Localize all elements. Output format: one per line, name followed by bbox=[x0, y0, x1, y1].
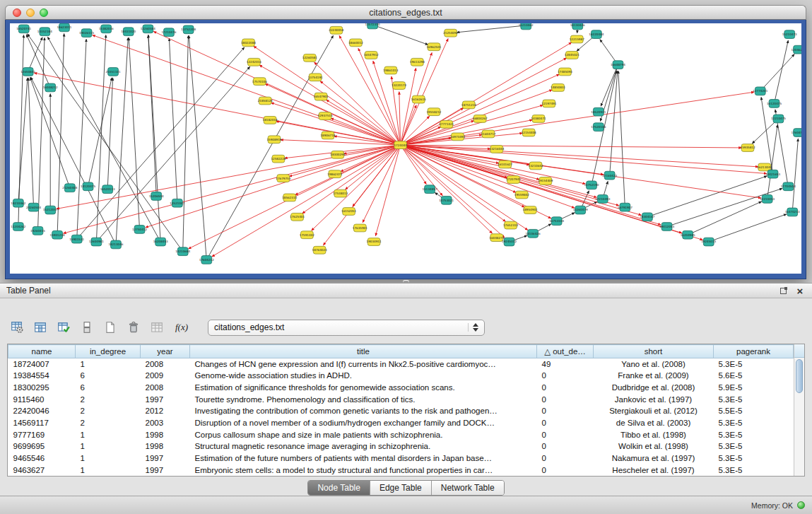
network-node[interactable]: 18130426 bbox=[570, 23, 585, 30]
network-node[interactable]: 15901531 bbox=[69, 235, 84, 243]
table-row[interactable]: 946554611997Estimation of the future num… bbox=[8, 452, 794, 465]
network-node[interactable]: 15901238 bbox=[50, 230, 65, 239]
network-node[interactable]: 11204262 bbox=[11, 223, 25, 231]
network-node[interactable]: 12210453 bbox=[760, 195, 775, 204]
network-node[interactable]: 13754191 bbox=[308, 74, 323, 81]
network-node[interactable]: 13216044 bbox=[489, 146, 504, 153]
rows-icon[interactable] bbox=[77, 318, 97, 337]
network-node[interactable]: 14753021 bbox=[439, 196, 454, 204]
network-node[interactable]: 17570106 bbox=[252, 78, 267, 86]
network-node[interactable]: 16547901 bbox=[314, 93, 329, 100]
vertical-scrollbar[interactable] bbox=[794, 344, 804, 476]
column-header-pagerank[interactable]: pagerank bbox=[714, 345, 794, 358]
network-node[interactable]: 17604512 bbox=[792, 129, 801, 137]
network-node[interactable]: 19154409 bbox=[538, 177, 553, 185]
network-node[interactable]: 18213046 bbox=[108, 240, 123, 249]
network-node[interactable]: 11604717 bbox=[481, 130, 495, 138]
close-icon[interactable]: × bbox=[794, 286, 806, 296]
network-node[interactable]: 16753104 bbox=[549, 217, 564, 226]
network-node[interactable]: 12242016 bbox=[247, 58, 261, 66]
network-node[interactable]: 17652310 bbox=[503, 221, 518, 229]
network-node[interactable]: 20351101 bbox=[106, 68, 121, 76]
network-node[interactable]: 12604981 bbox=[89, 238, 104, 246]
network-node[interactable]: 21260408 bbox=[62, 184, 77, 192]
network-node[interactable]: 12210475 bbox=[771, 115, 786, 123]
column-header-short[interactable]: short bbox=[594, 345, 714, 358]
function-builder-button[interactable]: f(x) bbox=[170, 318, 193, 337]
network-node[interactable]: 17591442 bbox=[300, 231, 314, 239]
network-canvas[interactable]: 1724040180220881224201617570106218581281… bbox=[10, 23, 801, 274]
table-edit-icon[interactable] bbox=[54, 318, 73, 337]
column-header-name[interactable]: name bbox=[8, 345, 76, 358]
tab-network-table[interactable]: Network Table bbox=[431, 481, 504, 495]
network-node[interactable]: 12650841 bbox=[20, 68, 35, 76]
table-row[interactable]: 977716911998Corpus callosum shape and si… bbox=[8, 428, 794, 440]
network-node[interactable]: 16204985 bbox=[681, 230, 695, 239]
network-node[interactable]: 17538013 bbox=[333, 189, 348, 197]
network-node[interactable]: 14850831 bbox=[551, 84, 565, 92]
column-header-out_degree[interactable]: △ out_de… bbox=[537, 345, 594, 358]
table-row[interactable]: 1938455462009Genome-wide association stu… bbox=[8, 370, 794, 382]
table-row[interactable]: 911546021997Tourette syndrome. Phenomeno… bbox=[8, 393, 794, 405]
network-node[interactable]: 19034911 bbox=[367, 238, 382, 246]
network-node[interactable]: 18623011 bbox=[57, 23, 71, 32]
network-node[interactable]: 12937515 bbox=[318, 112, 333, 120]
tab-node-table[interactable]: Node Table bbox=[308, 481, 370, 495]
network-node[interactable]: 16648794 bbox=[611, 61, 625, 69]
network-node[interactable]: 13572310 bbox=[365, 23, 380, 29]
network-node[interactable]: 17704504 bbox=[781, 182, 796, 191]
network-node[interactable]: 13220174 bbox=[392, 82, 406, 90]
network-node[interactable]: 19260415 bbox=[30, 227, 45, 235]
network-node[interactable]: 22240058 bbox=[329, 26, 343, 34]
network-node[interactable]: 19026115 bbox=[79, 29, 94, 37]
network-node[interactable]: 18300295 bbox=[330, 151, 345, 158]
network-node[interactable]: 14120475 bbox=[81, 182, 95, 191]
table-row[interactable]: 1456911722003Disruption of a novel membe… bbox=[8, 417, 794, 429]
network-node[interactable]: 14210684 bbox=[175, 247, 190, 256]
network-node[interactable]: 16973493 bbox=[450, 133, 465, 141]
network-node[interactable]: 16470213 bbox=[785, 208, 800, 216]
table-row[interactable]: 1830029562008Estimation of significance … bbox=[8, 382, 794, 394]
network-node[interactable]: 19861013 bbox=[383, 66, 398, 74]
network-node[interactable]: 16520741 bbox=[16, 25, 31, 33]
network-node[interactable]: 17679753 bbox=[276, 175, 290, 182]
network-node[interactable]: 17207941 bbox=[506, 176, 521, 184]
network-node[interactable]: 12582228 bbox=[271, 155, 286, 163]
network-node[interactable]: 19245013 bbox=[701, 238, 716, 246]
close-button[interactable] bbox=[13, 8, 21, 17]
network-node[interactable]: 17625401 bbox=[290, 213, 305, 221]
network-node[interactable]: 13521047 bbox=[170, 199, 184, 207]
trash-icon[interactable] bbox=[124, 318, 143, 337]
network-node[interactable]: 17210476 bbox=[161, 28, 176, 37]
network-node[interactable]: 14380471 bbox=[531, 115, 546, 123]
column-header-year[interactable]: year bbox=[141, 345, 190, 358]
network-window-titlebar[interactable]: citations_edges.txt bbox=[5, 5, 806, 20]
network-node[interactable]: 18906718 bbox=[320, 132, 335, 139]
network-node[interactable]: 18304167 bbox=[640, 213, 654, 221]
network-node[interactable]: 12750412 bbox=[132, 226, 147, 234]
scrollbar-thumb[interactable] bbox=[796, 359, 803, 393]
network-node[interactable]: 12845021 bbox=[565, 52, 579, 59]
float-icon[interactable] bbox=[777, 286, 789, 296]
network-node[interactable]: 10421653 bbox=[765, 170, 780, 178]
network-node[interactable]: 13752208 bbox=[181, 25, 196, 34]
network-node[interactable]: 12197491 bbox=[541, 100, 556, 107]
minimize-button[interactable] bbox=[26, 8, 35, 17]
table-row[interactable]: 946362711997Embryonic stem cells: a mode… bbox=[8, 464, 794, 476]
network-node[interactable]: 18764023 bbox=[312, 246, 327, 254]
network-node[interactable]: 16791907 bbox=[618, 203, 632, 211]
network-node[interactable]: 12774201 bbox=[753, 87, 767, 95]
network-node[interactable]: 13210642 bbox=[529, 162, 543, 170]
table-row[interactable]: 1872400712008Changes of HCN gene express… bbox=[8, 358, 794, 370]
network-node[interactable]: 18562310 bbox=[282, 194, 297, 201]
network-node[interactable]: 14352184 bbox=[37, 28, 52, 36]
network-node[interactable]: 21254092 bbox=[443, 29, 458, 37]
network-node[interactable]: 18751210 bbox=[461, 101, 476, 109]
network-node[interactable]: 17771421 bbox=[439, 120, 454, 128]
network-node[interactable]: 15908919 bbox=[266, 136, 281, 144]
network-node[interactable]: 16120475 bbox=[767, 100, 782, 108]
network-node[interactable]: 12260584 bbox=[141, 25, 155, 33]
network-node[interactable]: 18022088 bbox=[241, 39, 256, 47]
network-node[interactable]: 12154408 bbox=[522, 129, 536, 136]
network-node[interactable]: 18182018 bbox=[263, 117, 278, 124]
